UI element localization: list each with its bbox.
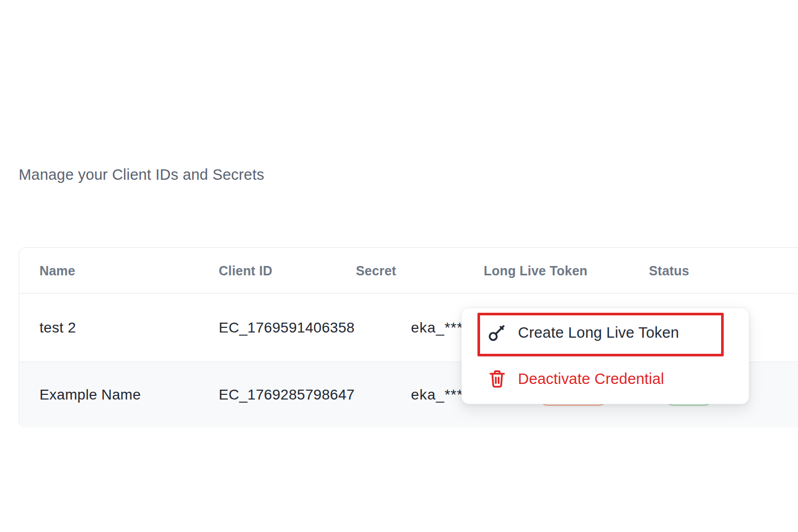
cell-secret: eka_**** <box>411 294 469 362</box>
cell-client-id: EC_1769591406358 <box>219 294 355 362</box>
key-icon <box>487 322 508 343</box>
cell-name: Example Name <box>39 362 141 428</box>
trash-icon <box>487 368 508 389</box>
credentials-page: Manage your Client IDs and Secrets Name … <box>0 0 798 532</box>
column-header-name: Name <box>39 248 75 294</box>
cell-name: test 2 <box>39 294 76 362</box>
row-actions-context-menu: Create Long Live Token Deactivate Creden… <box>461 308 749 404</box>
menu-item-create-long-live-token[interactable]: Create Long Live Token <box>462 308 749 357</box>
column-header-long-live-token: Long Live Token <box>484 248 588 294</box>
column-header-secret: Secret <box>356 248 396 294</box>
cell-secret: eka_**** <box>411 362 469 428</box>
menu-item-label: Deactivate Credential <box>518 370 664 388</box>
column-header-status: Status <box>649 248 689 294</box>
menu-item-label: Create Long Live Token <box>518 324 679 341</box>
table-header-row: Name Client ID Secret Long Live Token St… <box>19 248 798 294</box>
menu-item-deactivate-credential[interactable]: Deactivate Credential <box>462 357 749 401</box>
page-title: Manage your Client IDs and Secrets <box>19 166 264 183</box>
column-header-client-id: Client ID <box>219 248 272 294</box>
cell-client-id: EC_1769285798647 <box>219 362 355 428</box>
